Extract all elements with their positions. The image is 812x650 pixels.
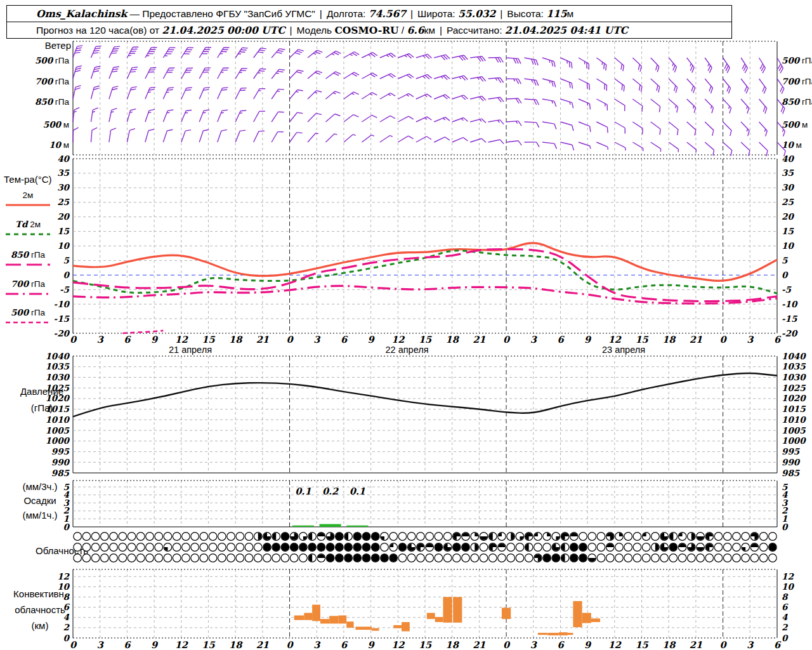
hour-label-bottom: 15 (635, 639, 648, 650)
y-tick-label: 1030 (45, 372, 70, 382)
cloud-symbol (723, 554, 731, 562)
cloud-symbol (91, 543, 100, 552)
cloud-symbol (200, 554, 208, 562)
cloud-symbol (390, 533, 398, 541)
hour-label-top: 12 (175, 334, 189, 345)
wind-level-label-right: 500 м (782, 119, 808, 129)
hour-label-top: 6 (557, 334, 565, 345)
wind-barb-row-500м (73, 107, 785, 136)
cloud-symbol (91, 533, 100, 541)
precip-panel-label: Осадки (23, 495, 56, 506)
legend-label-t850: 850 гПа (11, 249, 46, 260)
cloud-symbol (82, 554, 91, 562)
y-tick-label: -5 (782, 284, 792, 295)
precip-bar (346, 526, 368, 527)
cloud-symbol (74, 554, 82, 562)
cloud-symbol (678, 554, 686, 562)
y-tick-label: 1040 (782, 351, 806, 361)
cloud-symbol (136, 543, 145, 552)
y-tick-label: -5 (60, 284, 70, 295)
cloud-symbol (633, 554, 641, 562)
cloud-symbol (723, 533, 731, 541)
cloud-symbol (182, 554, 190, 562)
precip-bar (292, 526, 314, 527)
cloud-symbol (615, 543, 624, 552)
cloud-symbol (218, 554, 226, 562)
cloud-symbol (480, 554, 488, 562)
hour-label-top: 18 (662, 334, 676, 345)
hour-label-top: 18 (446, 334, 460, 345)
hour-label-bottom: 21 (690, 639, 702, 650)
y-tick-label: -15 (782, 314, 798, 324)
cloud-symbol (624, 543, 632, 552)
wind-level-label-right: 10 м (782, 140, 802, 150)
cloud-symbol (652, 554, 660, 562)
hour-label-top: 0 (503, 334, 511, 345)
cloud-symbol (173, 533, 181, 541)
cloud-symbol (624, 533, 632, 541)
hour-label-top: 15 (635, 334, 648, 345)
cloud-symbol (516, 543, 524, 552)
temperature-legend: 2мTd 2м850 гПа700 гПа500 гПа (6, 190, 50, 322)
date-label: 21 апреля (169, 345, 212, 355)
y-tick-label: 985 (782, 468, 801, 478)
hour-label-top: 12 (608, 334, 622, 345)
cloud-symbol (128, 543, 136, 552)
y-tick-label: 10 (782, 241, 794, 251)
y-tick-label: 15 (57, 226, 70, 236)
hour-label-top: 9 (151, 334, 159, 345)
cloud-symbol (245, 554, 253, 562)
cloud-symbol (281, 554, 289, 562)
y-tick-label: 1000 (45, 435, 70, 446)
hour-label-top: 3 (747, 334, 754, 345)
cloud-symbol (263, 554, 272, 562)
convective-label-3: (км) (32, 620, 49, 631)
y-tick-label: 1040 (45, 351, 70, 361)
cloud-symbol (164, 533, 172, 541)
temp-series-t500 (122, 331, 163, 333)
y-tick-label: 20 (782, 211, 794, 222)
hour-label-top: 9 (584, 334, 592, 345)
cloud-symbol (507, 543, 515, 552)
cloud-symbol (155, 533, 163, 541)
y-tick-label: 1025 (782, 383, 806, 393)
cloud-row-2 (74, 543, 776, 552)
cloud-symbol (426, 554, 434, 562)
cloud-symbol (525, 554, 533, 562)
cloud-symbol (101, 533, 109, 541)
hour-label-top: 0 (286, 334, 294, 345)
y-tick-label: 1000 (782, 435, 806, 446)
y-tick-label: -20 (782, 328, 798, 338)
y-tick-label: 995 (51, 446, 70, 456)
cloud-symbol (597, 533, 605, 541)
cloud-symbol (534, 543, 542, 552)
wind-level-label-left: 500 гПа (35, 55, 70, 65)
y-tick-label: 0 (782, 270, 789, 280)
cloud-symbol (136, 554, 145, 562)
cloud-symbol (227, 543, 235, 552)
cloud-symbol (660, 554, 669, 562)
precip-value: 0.1 (350, 486, 365, 496)
cloud-symbol (579, 533, 587, 541)
convective-bar (559, 632, 568, 635)
y-tick-label: 1025 (45, 383, 70, 393)
convective-bar (294, 616, 304, 620)
cloud-symbol (218, 543, 226, 552)
cloud-symbol (750, 554, 759, 562)
convective-bar (355, 627, 372, 630)
cloud-symbol (471, 554, 479, 562)
wind-panel-label: Ветер (45, 40, 71, 51)
hour-label-bottom: 15 (419, 639, 432, 650)
convective-bar (372, 628, 379, 631)
cloud-symbol (407, 533, 416, 541)
cloud-symbol (723, 543, 731, 552)
hour-label-bottom: 0 (720, 639, 728, 650)
legend-label-t700: 700 гПа (11, 279, 46, 289)
cloud-symbol (164, 554, 172, 562)
cloud-symbol (597, 543, 605, 552)
convective-bar (435, 617, 443, 622)
hour-label-top: 9 (368, 334, 376, 345)
y-tick-label: 35 (782, 168, 794, 178)
cloud-symbol (236, 554, 244, 562)
y-tick-label: 10 (782, 581, 794, 592)
